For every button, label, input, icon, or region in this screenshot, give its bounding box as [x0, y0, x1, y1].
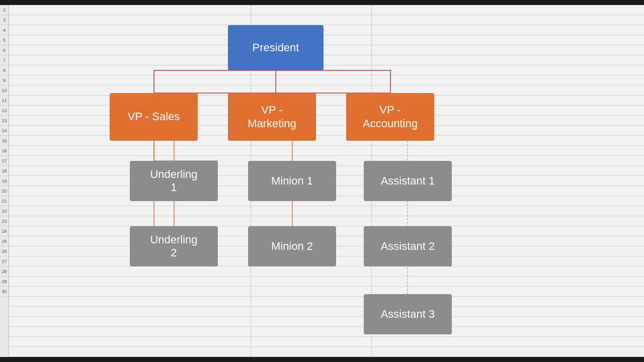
row-num: 21 [0, 196, 9, 206]
vp-sales-label: VP - Sales [128, 110, 180, 123]
top-bar [0, 0, 644, 5]
vp-sales-node: VP - Sales [110, 93, 198, 141]
row-num: 29 [0, 277, 9, 287]
row-num: 7 [0, 55, 9, 65]
row-num: 23 [0, 216, 9, 226]
vp-accounting-node: VP -Accounting [346, 93, 434, 141]
assistant1-node: Assistant 1 [364, 161, 452, 201]
row-num: 22 [0, 206, 9, 216]
row-num: 20 [0, 186, 9, 196]
president-node: President [228, 25, 324, 70]
row-num: 25 [0, 236, 9, 246]
row-num: 19 [0, 176, 9, 186]
row-num: 11 [0, 96, 9, 106]
org-chart: President VP - Sales VP -Marketing VP -A… [69, 15, 482, 347]
row-num: 15 [0, 136, 9, 146]
grid-area: 2 3 4 5 6 7 8 9 10 11 12 13 14 15 16 17 … [0, 5, 644, 362]
underling1-label: Underling1 [150, 168, 197, 195]
spreadsheet: 2 3 4 5 6 7 8 9 10 11 12 13 14 15 16 17 … [0, 0, 644, 362]
assistant2-node: Assistant 2 [364, 226, 452, 266]
row-num: 24 [0, 226, 9, 236]
row-num: 9 [0, 75, 9, 85]
row-num: 28 [0, 266, 9, 277]
row-numbers: 2 3 4 5 6 7 8 9 10 11 12 13 14 15 16 17 … [0, 5, 9, 362]
grid-content: President VP - Sales VP -Marketing VP -A… [9, 5, 644, 357]
row-num: 2 [0, 5, 9, 15]
row-num: 17 [0, 156, 9, 166]
row-num: 27 [0, 256, 9, 266]
underling2-node: Underling2 [130, 226, 218, 266]
vp-accounting-label: VP -Accounting [363, 104, 418, 130]
minion1-node: Minion 1 [248, 161, 336, 201]
vp-marketing-node: VP -Marketing [228, 93, 316, 141]
minion1-label: Minion 1 [271, 174, 313, 188]
row-num: 12 [0, 106, 9, 116]
bottom-bar [0, 357, 644, 362]
minion2-label: Minion 2 [271, 240, 313, 253]
row-num: 18 [0, 166, 9, 176]
assistant1-label: Assistant 1 [381, 174, 435, 188]
assistant3-label: Assistant 3 [381, 308, 435, 321]
row-num: 13 [0, 116, 9, 126]
row-num: 10 [0, 85, 9, 96]
row-num: 3 [0, 15, 9, 25]
row-num: 4 [0, 25, 9, 35]
row-num: 14 [0, 126, 9, 136]
row-num: 30 [0, 287, 9, 297]
row-num: 26 [0, 246, 9, 256]
assistant2-label: Assistant 2 [381, 240, 435, 253]
president-label: President [253, 41, 299, 54]
vp-marketing-label: VP -Marketing [248, 104, 296, 130]
row-num: 5 [0, 35, 9, 45]
row-num: 8 [0, 65, 9, 75]
underling1-node: Underling1 [130, 161, 218, 201]
minion2-node: Minion 2 [248, 226, 336, 266]
assistant3-node: Assistant 3 [364, 294, 452, 334]
row-num: 6 [0, 45, 9, 55]
underling2-label: Underling2 [150, 233, 197, 260]
row-num: 16 [0, 146, 9, 156]
